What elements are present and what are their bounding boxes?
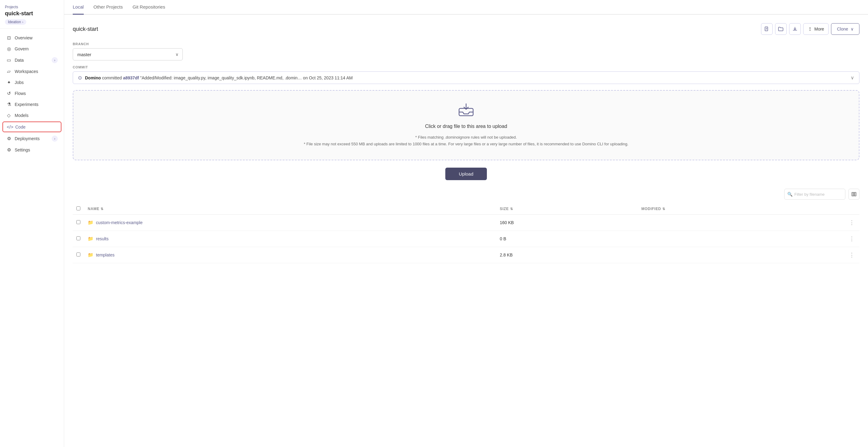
code-icon: </>	[7, 124, 12, 130]
sidebar-item-deployments[interactable]: ⚙ Deployments ›	[0, 133, 64, 144]
columns-toggle-button[interactable]	[848, 189, 860, 200]
content-header: quick-start	[73, 23, 860, 35]
upload-inbox-icon	[80, 103, 853, 120]
workspaces-icon: ▱	[6, 69, 11, 74]
commit-expand-icon[interactable]: ∨	[850, 75, 854, 80]
data-icon: ▭	[6, 58, 11, 63]
file-name-cell: 📁 custom-metrics-example	[84, 215, 496, 231]
clone-button[interactable]: Clone ∨	[831, 23, 860, 35]
modified-column-header[interactable]: MODIFIED	[638, 203, 844, 215]
sidebar: Projects quick-start Ideation › ⊡ Overvi…	[0, 0, 64, 447]
sidebar-item-workspaces[interactable]: ▱ Workspaces	[0, 66, 64, 77]
upload-main-text: Click or drag file to this area to uploa…	[80, 124, 853, 129]
file-size-cell: 160 KB	[496, 215, 638, 231]
branch-label: BRANCH	[73, 42, 860, 46]
commit-date: on Oct 25, 2023 11:14 AM	[303, 75, 353, 80]
branch-select[interactable]: master	[73, 48, 183, 61]
row-checkbox-cell	[73, 231, 84, 247]
filter-input[interactable]	[784, 189, 845, 200]
file-name: results	[96, 236, 108, 241]
row-checkbox[interactable]	[76, 236, 81, 240]
jobs-icon: ✦	[6, 80, 11, 85]
file-icon-button[interactable]	[761, 23, 773, 35]
clone-chevron-icon: ∨	[850, 27, 854, 31]
row-checkbox[interactable]	[76, 220, 81, 224]
file-modified-cell	[638, 247, 844, 263]
row-actions-button[interactable]: ⋮	[848, 251, 856, 259]
tag-chevron-icon: ›	[22, 21, 23, 24]
commit-git-icon: ⊙	[78, 75, 82, 80]
models-icon: ◇	[6, 113, 11, 118]
svg-rect-5	[852, 192, 853, 196]
govern-icon: ◎	[6, 46, 11, 51]
upload-button-wrap: Upload	[73, 168, 860, 180]
tab-other-projects[interactable]: Other Projects	[94, 0, 123, 15]
header-actions: ⋮ More Clone ∨	[761, 23, 860, 35]
row-actions-button[interactable]: ⋮	[848, 235, 856, 243]
file-name-link[interactable]: 📁 custom-metrics-example	[88, 220, 492, 225]
sidebar-item-label: Workspaces	[15, 69, 38, 74]
commit-action: committed	[102, 75, 123, 80]
projects-link[interactable]: Projects	[5, 5, 59, 9]
flows-icon: ↺	[6, 91, 11, 96]
sidebar-item-label: Experiments	[15, 102, 38, 107]
row-checkbox-cell	[73, 215, 84, 231]
settings-icon: ⚙	[6, 147, 11, 153]
deployments-icon: ⚙	[6, 136, 11, 141]
file-name-cell: 📁 templates	[84, 247, 496, 263]
download-icon	[793, 27, 797, 31]
row-checkbox-cell	[73, 247, 84, 263]
sidebar-item-govern[interactable]: ◎ Govern	[0, 43, 64, 54]
download-icon-button[interactable]	[789, 23, 801, 35]
sidebar-item-settings[interactable]: ⚙ Settings	[0, 144, 64, 156]
commit-row[interactable]: ⊙ Domino committed a8937df "Added/Modifi…	[73, 71, 860, 84]
sidebar-item-flows[interactable]: ↺ Flows	[0, 88, 64, 99]
new-folder-icon	[778, 27, 783, 31]
row-actions-cell: ⋮	[844, 215, 860, 231]
folder-icon-button[interactable]	[775, 23, 787, 35]
sidebar-item-code[interactable]: </> Code	[2, 122, 61, 132]
sidebar-item-label: Flows	[15, 91, 26, 96]
upload-note-1: * Files matching .dominoignore rules wil…	[80, 134, 853, 141]
upload-drop-area[interactable]: Click or drag file to this area to uploa…	[73, 90, 860, 160]
filter-row: 🔍	[73, 189, 860, 200]
sidebar-item-experiments[interactable]: ⚗ Experiments	[0, 99, 64, 110]
experiments-icon: ⚗	[6, 102, 11, 107]
deployments-badge: ›	[52, 136, 58, 142]
row-actions-cell: ⋮	[844, 247, 860, 263]
sidebar-item-models[interactable]: ◇ Models	[0, 110, 64, 121]
svg-rect-7	[855, 192, 856, 196]
sidebar-item-label: Data	[15, 58, 24, 63]
upload-button[interactable]: Upload	[445, 168, 487, 180]
project-tag[interactable]: Ideation ›	[5, 19, 26, 25]
commit-hash: a8937df	[123, 75, 139, 80]
file-name: templates	[96, 252, 115, 257]
sidebar-item-overview[interactable]: ⊡ Overview	[0, 32, 64, 43]
file-table: NAME SIZE MODIFIED 📁 custom-metrics-exam…	[73, 203, 860, 263]
sidebar-item-label: Code	[15, 125, 25, 130]
sidebar-item-jobs[interactable]: ✦ Jobs	[0, 77, 64, 88]
more-button[interactable]: ⋮ More	[803, 23, 829, 35]
table-body: 📁 custom-metrics-example 160 KB ⋮	[73, 215, 860, 263]
sidebar-item-label: Overview	[15, 35, 32, 40]
svg-rect-6	[853, 192, 855, 196]
main-content: Local Other Projects Git Repositories qu…	[64, 0, 868, 447]
name-column-header[interactable]: NAME	[84, 203, 496, 215]
row-checkbox[interactable]	[76, 252, 81, 256]
sidebar-item-label: Settings	[15, 147, 30, 152]
file-name-link[interactable]: 📁 results	[88, 236, 492, 242]
tab-git-repositories[interactable]: Git Repositories	[133, 0, 165, 15]
select-all-checkbox[interactable]	[76, 206, 81, 210]
file-size-cell: 2.8 KB	[496, 247, 638, 263]
sidebar-item-label: Govern	[15, 46, 29, 51]
inbox-svg-icon	[458, 103, 474, 117]
row-actions-button[interactable]: ⋮	[848, 218, 856, 227]
sidebar-top: Projects quick-start Ideation ›	[0, 0, 64, 29]
table-row: 📁 custom-metrics-example 160 KB ⋮	[73, 215, 860, 231]
tab-local[interactable]: Local	[73, 0, 84, 15]
file-size-cell: 0 B	[496, 231, 638, 247]
size-column-header[interactable]: SIZE	[496, 203, 638, 215]
file-name: custom-metrics-example	[96, 220, 143, 225]
file-name-link[interactable]: 📁 templates	[88, 252, 492, 258]
sidebar-item-data[interactable]: ▭ Data ›	[0, 54, 64, 66]
